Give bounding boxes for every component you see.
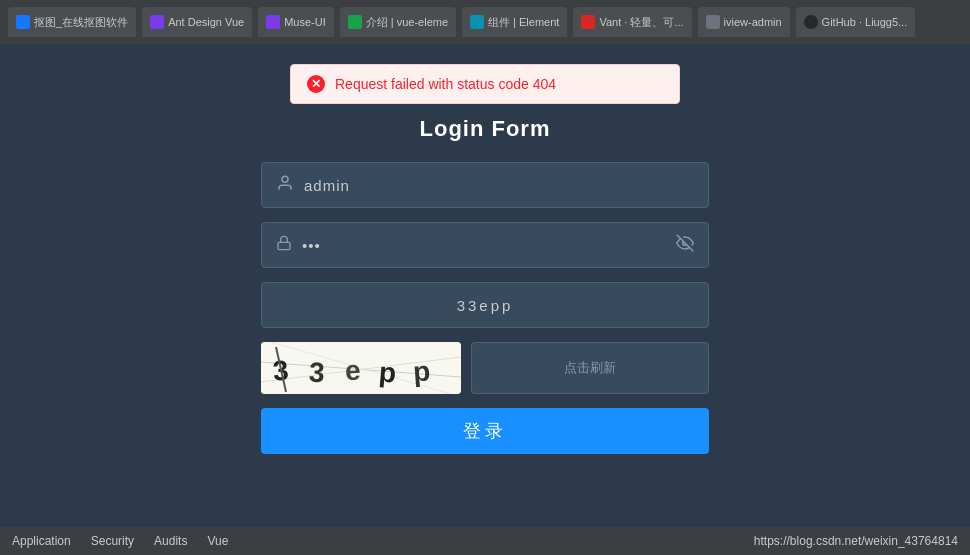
status-item-vue[interactable]: Vue — [207, 534, 228, 548]
tab-label-antd: Ant Design Vue — [168, 16, 244, 28]
tab-github[interactable]: GitHub · Liugg5... — [796, 7, 916, 37]
tab-label-github: GitHub · Liugg5... — [822, 16, 908, 28]
tab-icon-vant — [581, 15, 595, 29]
login-form: 3 3 e p p 点击刷新 登录 — [261, 162, 709, 454]
tab-vant[interactable]: Vant · 轻量、可... — [573, 7, 691, 37]
captcha-row: 3 3 e p p 点击刷新 — [261, 342, 709, 394]
tab-icon-iview — [706, 15, 720, 29]
captcha-hint-text: 点击刷新 — [564, 359, 616, 377]
tab-icon-antd — [150, 15, 164, 29]
tab-icon-muse — [266, 15, 280, 29]
status-bar: Application Security Audits Vue https://… — [0, 527, 970, 555]
tab-label-iview: iview-admin — [724, 16, 782, 28]
status-item-audits[interactable]: Audits — [154, 534, 187, 548]
captcha-text-input[interactable] — [276, 297, 694, 314]
status-url: https://blog.csdn.net/weixin_43764814 — [754, 534, 958, 548]
status-bar-left: Application Security Audits Vue — [12, 534, 228, 548]
captcha-refresh-button[interactable]: 点击刷新 — [471, 342, 709, 394]
lock-icon — [276, 235, 292, 255]
tab-icon-koutou — [16, 15, 30, 29]
error-message: Request failed with status code 404 — [335, 76, 556, 92]
tab-icon-vue-elem — [348, 15, 362, 29]
page-content: ✕ Request failed with status code 404 Lo… — [0, 44, 970, 527]
browser-tab-bar: 抠图_在线抠图软件 Ant Design Vue Muse-UI 介绍 | vu… — [0, 0, 970, 44]
tab-label-vue-elem: 介绍 | vue-eleme — [366, 15, 448, 30]
svg-text:p: p — [412, 355, 431, 387]
tab-label-koutou: 抠图_在线抠图软件 — [34, 15, 128, 30]
tab-label-muse: Muse-UI — [284, 16, 326, 28]
tab-label-vant: Vant · 轻量、可... — [599, 15, 683, 30]
tab-antd[interactable]: Ant Design Vue — [142, 7, 252, 37]
tab-koutou[interactable]: 抠图_在线抠图软件 — [8, 7, 136, 37]
svg-point-0 — [282, 176, 288, 182]
password-field-wrapper — [261, 222, 709, 268]
tab-icon-element — [470, 15, 484, 29]
tab-muse[interactable]: Muse-UI — [258, 7, 334, 37]
password-eye-toggle-icon[interactable] — [676, 234, 694, 256]
tab-element[interactable]: 组件 | Element — [462, 7, 567, 37]
status-item-application[interactable]: Application — [12, 534, 71, 548]
login-button[interactable]: 登录 — [261, 408, 709, 454]
user-icon — [276, 174, 294, 196]
login-form-title: Login Form — [420, 116, 551, 142]
username-field-wrapper — [261, 162, 709, 208]
status-item-security[interactable]: Security — [91, 534, 134, 548]
tab-vue-elem[interactable]: 介绍 | vue-eleme — [340, 7, 456, 37]
error-icon: ✕ — [307, 75, 325, 93]
svg-rect-1 — [278, 242, 290, 249]
svg-text:3: 3 — [308, 357, 325, 389]
error-alert: ✕ Request failed with status code 404 — [290, 64, 680, 104]
svg-text:e: e — [344, 355, 361, 387]
captcha-image[interactable]: 3 3 e p p — [261, 342, 461, 394]
svg-text:p: p — [378, 356, 398, 388]
tab-label-element: 组件 | Element — [488, 15, 559, 30]
tab-iview[interactable]: iview-admin — [698, 7, 790, 37]
password-input[interactable] — [302, 237, 666, 254]
username-input[interactable] — [304, 177, 694, 194]
tab-icon-github — [804, 15, 818, 29]
captcha-text-wrapper — [261, 282, 709, 328]
